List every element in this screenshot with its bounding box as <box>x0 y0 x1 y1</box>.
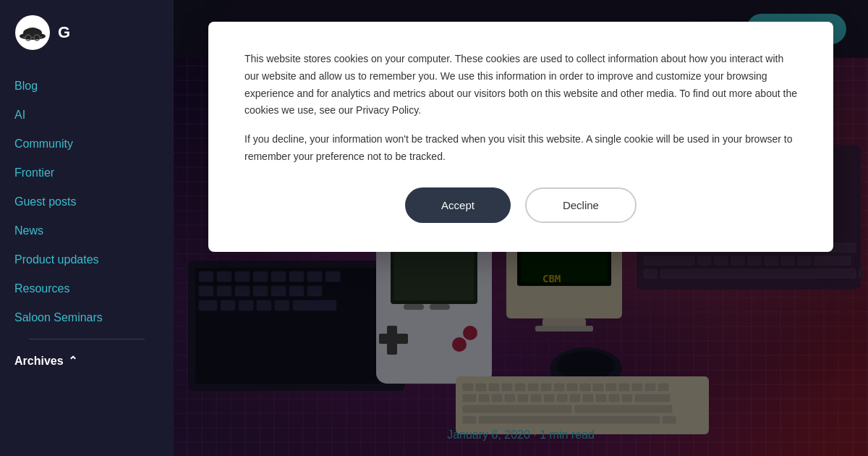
sidebar-item-saloon-seminars[interactable]: Saloon Seminars <box>14 304 159 332</box>
sidebar: G Blog AI Community Frontier Guest posts… <box>0 0 174 456</box>
logo-area[interactable]: G <box>0 14 174 72</box>
sidebar-item-community[interactable]: Community <box>14 130 159 158</box>
svg-line-5 <box>23 37 25 38</box>
logo-icon <box>14 14 51 51</box>
logo-text: G <box>58 23 71 42</box>
sidebar-item-resources[interactable]: Resources <box>14 275 159 303</box>
sidebar-item-blog[interactable]: Blog <box>14 72 159 100</box>
decline-button[interactable]: Decline <box>525 187 637 223</box>
sidebar-item-news[interactable]: News <box>14 217 159 245</box>
sidebar-item-frontier[interactable]: Frontier <box>14 159 159 187</box>
sidebar-item-ai[interactable]: AI <box>14 101 159 129</box>
cookie-buttons: Accept Decline <box>244 187 797 223</box>
cookie-modal-overlay: This website stores cookies on your comp… <box>174 0 868 456</box>
chevron-up-icon: ⌃ <box>68 354 77 368</box>
sidebar-navigation: Blog AI Community Frontier Guest posts N… <box>0 72 174 375</box>
svg-line-6 <box>40 37 42 38</box>
cookie-body-text-2: If you decline, your information won't b… <box>244 131 797 166</box>
sidebar-item-guest-posts[interactable]: Guest posts <box>14 188 159 216</box>
accept-button[interactable]: Accept <box>405 187 511 223</box>
sidebar-item-product-updates[interactable]: Product updates <box>14 246 159 274</box>
cookie-body-text-1: This website stores cookies on your comp… <box>244 51 797 119</box>
main-content: Get Started <box>174 0 868 456</box>
nav-divider <box>29 339 145 339</box>
cookie-modal: This website stores cookies on your comp… <box>208 22 833 252</box>
sidebar-item-archives[interactable]: Archives ⌃ <box>14 347 159 375</box>
